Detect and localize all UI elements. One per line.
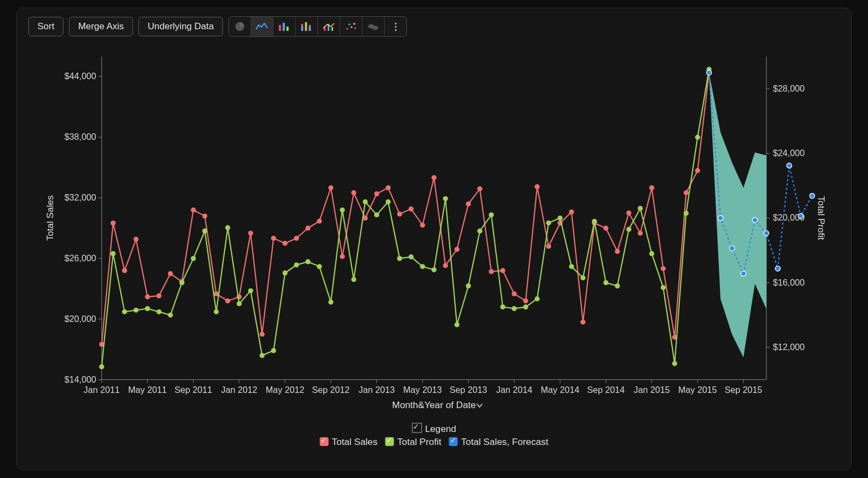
data-point[interactable] [409,254,413,259]
data-point[interactable] [695,168,700,173]
data-point[interactable] [512,291,516,296]
data-point[interactable] [546,221,551,225]
data-point[interactable] [283,241,288,246]
legend-item-label[interactable]: Total Sales, Forecast [461,437,548,447]
data-point[interactable] [569,264,574,269]
data-point[interactable] [558,216,563,221]
data-point[interactable] [649,251,654,256]
data-point[interactable] [386,199,391,204]
data-point[interactable] [168,313,173,318]
data-point[interactable] [294,262,299,267]
data-point[interactable] [489,269,494,274]
data-point[interactable] [99,364,104,369]
data-point[interactable] [431,267,436,272]
data-point[interactable] [145,306,150,311]
chevron-down-icon[interactable] [477,404,482,407]
data-point[interactable] [409,206,413,211]
data-point[interactable] [431,175,436,180]
data-point[interactable] [259,332,264,337]
data-point[interactable] [374,212,379,217]
data-point[interactable] [638,206,643,211]
data-point[interactable] [523,299,528,303]
underlying-data-button[interactable]: Underlying Data [138,17,223,36]
scatter-icon[interactable] [340,17,362,36]
bar-icon[interactable] [273,17,296,36]
data-point[interactable] [214,309,219,314]
legend-swatch[interactable] [449,437,458,446]
data-point[interactable] [500,268,505,273]
data-point[interactable] [638,231,643,236]
data-point[interactable] [420,264,425,269]
data-point[interactable] [191,256,196,261]
data-point[interactable] [363,199,368,204]
data-point[interactable] [397,211,402,216]
data-point[interactable] [775,266,780,271]
data-point[interactable] [191,208,196,212]
data-point[interactable] [133,308,138,313]
legend-item-label[interactable]: Total Profit [397,437,441,447]
data-point[interactable] [455,322,459,327]
data-point[interactable] [351,190,356,195]
data-point[interactable] [695,135,700,140]
data-point[interactable] [649,185,654,190]
data-point[interactable] [271,236,276,241]
data-point[interactable] [466,202,471,206]
x-axis-title[interactable]: Month&Year of Date [392,399,476,410]
data-point[interactable] [512,306,516,311]
data-point[interactable] [386,185,391,190]
data-point[interactable] [523,305,528,309]
data-point[interactable] [787,163,792,168]
data-point[interactable] [374,191,379,196]
data-point[interactable] [443,263,448,268]
data-point[interactable] [168,271,173,276]
data-point[interactable] [661,285,666,290]
data-point[interactable] [534,296,539,301]
pie-icon[interactable] [229,17,251,36]
data-point[interactable] [798,214,803,218]
data-point[interactable] [809,193,814,198]
data-point[interactable] [626,227,631,232]
data-point[interactable] [730,246,735,251]
data-point[interactable] [477,229,482,234]
combo-bar-icon[interactable] [318,17,340,36]
data-point[interactable] [351,277,356,282]
data-point[interactable] [328,300,333,305]
data-point[interactable] [466,283,471,288]
data-point[interactable] [305,225,310,230]
data-point[interactable] [237,301,241,306]
data-point[interactable] [122,268,127,273]
data-point[interactable] [294,236,299,241]
legend-swatch[interactable] [320,437,328,446]
data-point[interactable] [477,186,482,191]
data-point[interactable] [248,288,253,293]
data-point[interactable] [317,218,322,223]
data-point[interactable] [111,251,116,256]
data-point[interactable] [603,280,608,285]
data-point[interactable] [741,271,746,276]
more-icon[interactable] [385,17,406,36]
data-point[interactable] [259,353,264,358]
data-point[interactable] [111,221,116,225]
data-point[interactable] [305,259,310,264]
data-point[interactable] [133,237,138,242]
data-point[interactable] [615,283,620,288]
data-point[interactable] [202,229,207,234]
data-point[interactable] [489,212,494,217]
data-point[interactable] [534,184,539,189]
data-point[interactable] [202,214,207,218]
data-point[interactable] [443,196,448,201]
data-point[interactable] [145,294,150,299]
data-point[interactable] [225,299,230,303]
data-point[interactable] [122,309,127,314]
data-point[interactable] [225,225,230,230]
data-point[interactable] [328,185,333,190]
sort-button[interactable]: Sort [28,17,63,36]
data-point[interactable] [752,217,757,222]
stacked-bar-icon[interactable] [296,17,318,36]
data-point[interactable] [592,219,597,224]
line-icon[interactable] [251,17,273,36]
legend-swatch[interactable] [385,437,394,446]
merge-axis-button[interactable]: Merge Axis [69,17,133,36]
data-point[interactable] [248,231,253,236]
data-point[interactable] [340,254,344,259]
